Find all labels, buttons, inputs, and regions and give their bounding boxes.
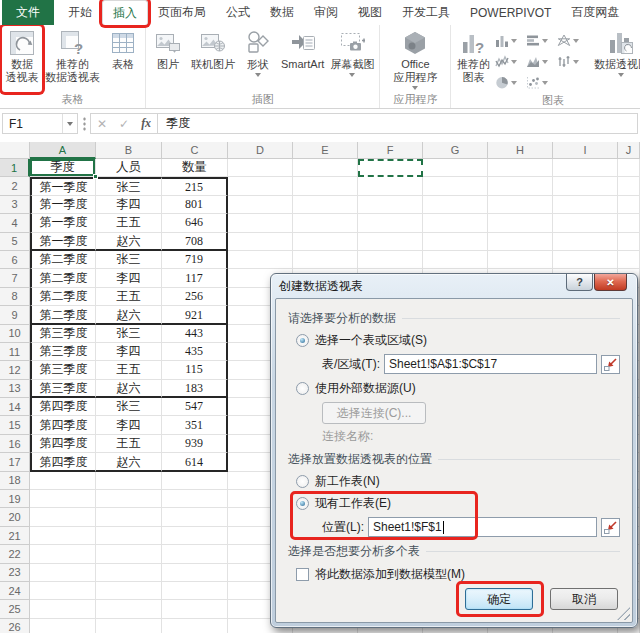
bar-chart-icon[interactable] (526, 34, 557, 47)
dialog-close-button[interactable]: ✕ (594, 274, 627, 291)
cell-C4[interactable]: 646 (162, 214, 228, 232)
cell-A10[interactable]: 第三季度 (30, 325, 96, 343)
line-chart-icon[interactable] (495, 55, 526, 68)
cell-C12[interactable]: 115 (162, 361, 228, 379)
choose-connection-button[interactable]: 选择连接(C)... (322, 402, 426, 424)
cell-I5[interactable] (553, 233, 618, 251)
cell-A9[interactable]: 第二季度 (30, 306, 96, 324)
pictures-button[interactable]: 图片 (148, 26, 188, 92)
cell-C17[interactable]: 614 (162, 453, 228, 471)
cell-B12[interactable]: 王五 (96, 361, 162, 379)
cell-A7[interactable]: 第二季度 (30, 269, 96, 287)
radar-chart-icon[interactable] (557, 34, 588, 47)
row-header-1[interactable]: 1 (0, 159, 30, 177)
cell-C6[interactable]: 719 (162, 251, 228, 269)
cell-D1[interactable] (228, 159, 293, 177)
cell-A3[interactable]: 第一季度 (30, 196, 96, 214)
cell-C8[interactable]: 256 (162, 288, 228, 306)
cell-B3[interactable]: 李四 (96, 196, 162, 214)
radio-external-source[interactable]: 使用外部数据源(U) (296, 380, 620, 397)
cell-B22[interactable] (96, 545, 162, 563)
cell-A23[interactable] (30, 564, 96, 582)
cell-F4[interactable] (358, 214, 423, 232)
cell-B8[interactable]: 王五 (96, 288, 162, 306)
location-input[interactable]: Sheet1!$F$1 (368, 517, 597, 537)
cell-J4[interactable] (618, 214, 640, 232)
cell-C22[interactable] (162, 545, 228, 563)
column-chart-icon[interactable] (495, 34, 526, 47)
formula-input[interactable]: 季度 (158, 113, 638, 134)
cell-E4[interactable] (293, 214, 358, 232)
cell-B11[interactable]: 李四 (96, 343, 162, 361)
cell-D2[interactable] (228, 177, 293, 195)
cell-J2[interactable] (618, 177, 640, 195)
cell-C23[interactable] (162, 564, 228, 582)
cell-B2[interactable]: 张三 (96, 177, 162, 195)
column-header-I[interactable]: I (553, 142, 618, 159)
tab-review[interactable]: 审阅 (304, 0, 348, 25)
cell-J1[interactable] (618, 159, 640, 177)
cell-D5[interactable] (228, 233, 293, 251)
row-header-14[interactable]: 14 (0, 398, 30, 416)
cell-F1[interactable] (358, 159, 423, 177)
cell-C11[interactable]: 435 (162, 343, 228, 361)
cell-J5[interactable] (618, 233, 640, 251)
radio-new-worksheet[interactable]: 新工作表(N) (296, 473, 620, 490)
location-picker-button[interactable] (601, 518, 620, 537)
cell-C2[interactable]: 215 (162, 177, 228, 195)
cell-B6[interactable]: 张三 (96, 251, 162, 269)
cell-C1[interactable]: 数量 (162, 159, 228, 177)
row-header-19[interactable]: 19 (0, 490, 30, 508)
cancel-button[interactable]: 取消 (550, 588, 618, 610)
cell-B16[interactable]: 王五 (96, 435, 162, 453)
office-apps-button[interactable]: Office 应用程序 (382, 26, 448, 92)
row-header-9[interactable]: 9 (0, 306, 30, 324)
cell-I2[interactable] (553, 177, 618, 195)
recommended-charts-button[interactable]: ? 推荐的 图表 (453, 26, 493, 93)
ok-button[interactable]: 确定 (465, 588, 533, 610)
row-header-24[interactable]: 24 (0, 582, 30, 600)
area-chart-icon[interactable] (526, 55, 557, 68)
row-header-3[interactable]: 3 (0, 196, 30, 214)
column-header-E[interactable]: E (293, 142, 358, 159)
cell-A18[interactable] (30, 472, 96, 490)
cell-B7[interactable]: 李四 (96, 269, 162, 287)
stock-chart-icon[interactable] (557, 55, 588, 68)
insert-function-icon[interactable]: fx (141, 116, 151, 131)
cell-B20[interactable] (96, 508, 162, 526)
cell-A26[interactable] (30, 619, 96, 633)
cell-B25[interactable] (96, 600, 162, 618)
cell-C3[interactable]: 801 (162, 196, 228, 214)
cell-A2[interactable]: 第一季度 (30, 177, 96, 195)
row-header-25[interactable]: 25 (0, 600, 30, 618)
cell-E3[interactable] (293, 196, 358, 214)
cell-F5[interactable] (358, 233, 423, 251)
cell-B13[interactable]: 赵六 (96, 380, 162, 398)
row-header-2[interactable]: 2 (0, 177, 30, 195)
column-header-F[interactable]: F (358, 142, 423, 159)
row-header-12[interactable]: 12 (0, 361, 30, 379)
row-header-4[interactable]: 4 (0, 214, 30, 232)
cell-G3[interactable] (423, 196, 488, 214)
name-box[interactable]: F1 (2, 113, 78, 134)
pivotchart-button[interactable]: 数据透视图 (590, 26, 640, 93)
cell-A20[interactable] (30, 508, 96, 526)
cell-I6[interactable] (553, 251, 618, 269)
resize-grip[interactable] (617, 607, 630, 620)
cell-H6[interactable] (488, 251, 553, 269)
row-header-6[interactable]: 6 (0, 251, 30, 269)
row-header-13[interactable]: 13 (0, 380, 30, 398)
tab-baidu-netdisk[interactable]: 百度网盘 (561, 0, 629, 25)
smartart-button[interactable]: SmartArt (278, 26, 327, 92)
cell-C7[interactable]: 117 (162, 269, 228, 287)
row-header-17[interactable]: 17 (0, 453, 30, 471)
tab-data[interactable]: 数据 (260, 0, 304, 25)
cell-A1[interactable]: 季度 (30, 159, 96, 177)
cell-B18[interactable] (96, 472, 162, 490)
tab-insert[interactable]: 插入 (102, 0, 148, 25)
cell-A25[interactable] (30, 600, 96, 618)
cell-A13[interactable]: 第三季度 (30, 380, 96, 398)
cell-A5[interactable]: 第一季度 (30, 233, 96, 251)
cell-B21[interactable] (96, 527, 162, 545)
tab-powerpivot[interactable]: POWERPIVOT (460, 0, 561, 25)
